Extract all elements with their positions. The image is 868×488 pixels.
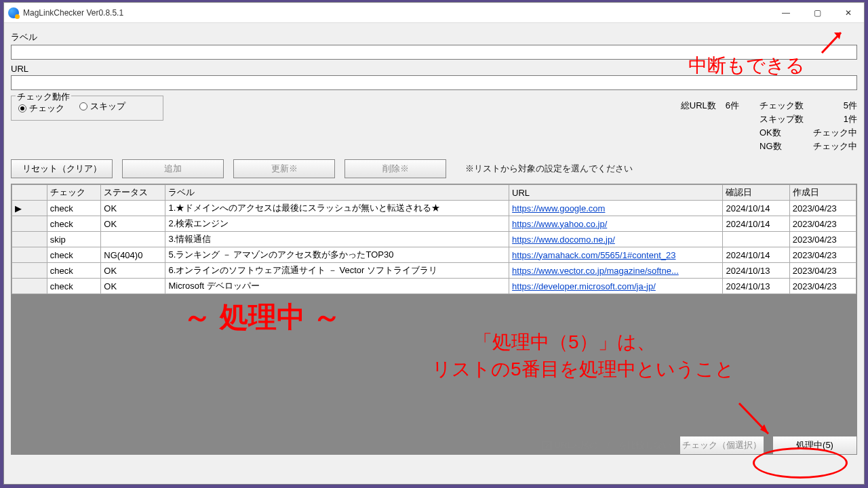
- minimize-button[interactable]: —: [770, 3, 802, 22]
- cell-status: [101, 232, 165, 247]
- cell-check: check: [47, 247, 101, 263]
- stats-panel: 総URL数6件 チェック数5件 スキップ数1件 OK数チェック中 NG数チェック…: [681, 100, 857, 152]
- cell-confirm: 2024/10/13: [723, 279, 789, 294]
- url-link[interactable]: https://www.docomo.ne.jp/: [512, 235, 615, 245]
- cell-created: 2023/04/23: [789, 201, 856, 216]
- cell-label: Microsoft デベロッパー: [165, 279, 509, 294]
- cell-check: skip: [47, 232, 101, 247]
- window-title: MagLinkChecker Ver0.8.5.1: [23, 8, 770, 18]
- table-row[interactable]: checkNG(404)05.ランキング － アマゾンのアクセス数が多かったTO…: [12, 247, 856, 263]
- cell-url: https://www.vector.co.jp/magazine/softne…: [509, 263, 723, 279]
- stat-value: チェック中: [813, 140, 857, 152]
- url-input[interactable]: [11, 75, 857, 90]
- col-url[interactable]: URL: [509, 185, 723, 201]
- cell-check: check: [47, 201, 101, 216]
- check-selected-button[interactable]: チェック（個選択）: [679, 436, 764, 455]
- cell-url: https://yamahack.com/5565/1#content_23: [509, 247, 723, 263]
- col-confirm[interactable]: 確認日: [723, 185, 789, 201]
- cell-confirm: 2024/10/14: [723, 201, 789, 216]
- cell-label: 6.オンラインのソフトウェア流通サイト － Vector ソフトライブラリ: [165, 263, 509, 279]
- compare-slash-checkbox[interactable]: ✓URL末尾の「/」を比較しない: [542, 439, 671, 451]
- url-link[interactable]: https://yamahack.com/5565/1#content_23: [512, 250, 675, 260]
- checkbox-icon: ✓: [542, 441, 551, 450]
- group-legend: チェック動作: [16, 91, 71, 103]
- cell-created: 2023/04/23: [789, 263, 856, 279]
- col-label[interactable]: ラベル: [165, 185, 509, 201]
- table-row[interactable]: skip3.情報通信https://www.docomo.ne.jp/2023/…: [12, 232, 856, 247]
- table-row[interactable]: ▶checkOK1.★ドメインへのアクセスは最後にスラッシュが無いと転送される★…: [12, 201, 856, 216]
- stat-label: NG数: [760, 140, 804, 152]
- cell-status: NG(404)0: [101, 247, 165, 263]
- close-button[interactable]: ✕: [833, 3, 864, 22]
- cell-label: 3.情報通信: [165, 232, 509, 247]
- update-button[interactable]: 更新※: [233, 159, 335, 178]
- col-status[interactable]: ステータス: [101, 185, 165, 201]
- cell-check: check: [47, 216, 101, 232]
- cell-status: OK: [101, 216, 165, 232]
- table-row[interactable]: checkOK2.検索エンジンhttps://www.yahoo.co.jp/2…: [12, 216, 856, 232]
- row-marker: [12, 232, 47, 247]
- titlebar: MagLinkChecker Ver0.8.5.1 — ▢ ✕: [4, 3, 864, 23]
- cell-url: https://developer.microsoft.com/ja-jp/: [509, 279, 723, 294]
- button-hint: ※リストから対象の設定を選んでください: [465, 163, 633, 175]
- check-mode-group: チェック動作 チェック スキップ: [11, 96, 163, 121]
- row-marker: ▶: [12, 201, 47, 216]
- stat-value: チェック中: [813, 127, 857, 139]
- cell-created: 2023/04/23: [789, 247, 856, 263]
- processing-button[interactable]: 処理中(5): [772, 436, 857, 455]
- cell-url: https://www.docomo.ne.jp/: [509, 232, 723, 247]
- stat-label: OK数: [760, 127, 804, 139]
- label-input[interactable]: [11, 45, 857, 60]
- cell-label: 2.検索エンジン: [165, 216, 509, 232]
- cell-created: 2023/04/23: [789, 279, 856, 294]
- row-marker: [12, 279, 47, 294]
- cell-url: https://www.yahoo.co.jp/: [509, 216, 723, 232]
- cell-created: 2023/04/23: [789, 216, 856, 232]
- cell-check: check: [47, 263, 101, 279]
- stat-label: スキップ数: [760, 113, 804, 125]
- table-row[interactable]: checkOKMicrosoft デベロッパーhttps://developer…: [12, 279, 856, 294]
- url-link[interactable]: https://www.yahoo.co.jp/: [512, 219, 607, 229]
- maximize-button[interactable]: ▢: [802, 3, 833, 22]
- cell-status: OK: [101, 263, 165, 279]
- cell-confirm: [723, 232, 789, 247]
- cell-status: OK: [101, 201, 165, 216]
- row-marker: [12, 216, 47, 232]
- row-marker: [12, 247, 47, 263]
- app-window: MagLinkChecker Ver0.8.5.1 — ▢ ✕ ラベル URL …: [3, 2, 865, 485]
- stat-label: チェック数: [760, 100, 804, 112]
- cell-url: https://www.google.com: [509, 201, 723, 216]
- radio-dot-icon: [18, 104, 26, 113]
- data-grid[interactable]: チェック ステータス ラベル URL 確認日 作成日 ▶checkOK1.★ドメ…: [11, 184, 857, 455]
- stat-value: 5件: [813, 100, 857, 112]
- cell-confirm: 2024/10/14: [723, 216, 789, 232]
- radio-dot-icon: [79, 102, 87, 110]
- stat-value: 6件: [726, 100, 739, 152]
- stat-label: 総URL数: [681, 100, 716, 152]
- url-link[interactable]: https://www.google.com: [512, 203, 605, 214]
- stat-value: 1件: [813, 113, 857, 125]
- cell-confirm: 2024/10/14: [723, 247, 789, 263]
- row-header-col: [12, 185, 47, 201]
- reset-button[interactable]: リセット（クリア）: [11, 159, 113, 178]
- cell-status: OK: [101, 279, 165, 294]
- url-link[interactable]: https://www.vector.co.jp/magazine/softne…: [512, 266, 679, 276]
- radio-skip[interactable]: スキップ: [79, 100, 125, 113]
- label-field-label: ラベル: [11, 31, 857, 43]
- cell-confirm: 2024/10/13: [723, 263, 789, 279]
- cell-check: check: [47, 279, 101, 294]
- add-button[interactable]: 追加: [122, 159, 224, 178]
- table-row[interactable]: checkOK6.オンラインのソフトウェア流通サイト － Vector ソフトラ…: [12, 263, 856, 279]
- cell-label: 1.★ドメインへのアクセスは最後にスラッシュが無いと転送される★: [165, 201, 509, 216]
- url-field-label: URL: [11, 64, 857, 74]
- radio-check[interactable]: チェック: [18, 102, 64, 115]
- row-marker: [12, 263, 47, 279]
- grid-empty-area: [12, 294, 856, 454]
- col-created[interactable]: 作成日: [789, 185, 856, 201]
- col-check[interactable]: チェック: [47, 185, 101, 201]
- delete-button[interactable]: 削除※: [344, 159, 446, 178]
- cell-label: 5.ランキング － アマゾンのアクセス数が多かったTOP30: [165, 247, 509, 263]
- url-link[interactable]: https://developer.microsoft.com/ja-jp/: [512, 281, 656, 291]
- app-icon: [8, 7, 19, 18]
- cell-created: 2023/04/23: [789, 232, 856, 247]
